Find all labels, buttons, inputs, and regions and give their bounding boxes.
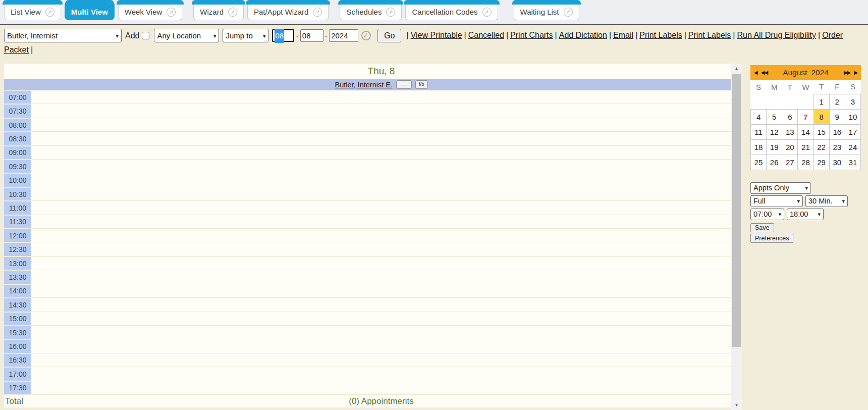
calendar-day-21[interactable]: 21 <box>798 139 813 155</box>
tab-wizard[interactable]: Wizard↗ <box>193 4 244 20</box>
schedule-slot-1130[interactable] <box>31 215 731 229</box>
open-new-window-icon[interactable]: ↗ <box>228 8 237 17</box>
calendar-day-10[interactable]: 10 <box>845 109 860 124</box>
view-filter-select[interactable]: Appts Only▾ <box>750 182 811 194</box>
calendar-next-year-icon[interactable]: ▶ <box>854 70 857 75</box>
fb-button[interactable]: f/b <box>415 80 428 89</box>
schedule-slot-0700[interactable] <box>31 90 731 104</box>
toolbar-link-print-labels[interactable]: Print Labels <box>639 31 682 39</box>
interval-select[interactable]: 30 Min.▾ <box>805 195 848 207</box>
toolbar-link-cancelled[interactable]: Cancelled <box>468 31 504 39</box>
calendar-day-3[interactable]: 3 <box>845 94 860 109</box>
schedule-slot-1530[interactable] <box>31 326 731 339</box>
calendar-day-25[interactable]: 25 <box>751 155 767 170</box>
schedule-slot-1330[interactable] <box>31 270 731 284</box>
schedule-slot-1300[interactable] <box>31 257 731 270</box>
open-new-window-icon[interactable]: ↗ <box>45 8 55 17</box>
date-day-input[interactable]: 08 <box>300 29 323 42</box>
calendar-day-13[interactable]: 13 <box>782 124 798 139</box>
clock-icon[interactable] <box>361 30 371 41</box>
scrollbar-thumb[interactable] <box>732 74 741 347</box>
calendar-prev-month-icon[interactable]: ◀◀ <box>761 70 768 75</box>
open-new-window-icon[interactable]: ↗ <box>386 8 395 17</box>
preferences-button[interactable]: Preferences <box>750 234 793 243</box>
calendar-day-12[interactable]: 12 <box>767 124 782 139</box>
calendar-day-18[interactable]: 18 <box>751 139 767 155</box>
schedule-slot-0800[interactable] <box>31 118 731 132</box>
calendar-day-7[interactable]: 7 <box>798 109 813 124</box>
save-button[interactable]: Save <box>750 223 774 232</box>
calendar-day-5[interactable]: 5 <box>767 109 782 124</box>
calendar-day-29[interactable]: 29 <box>813 155 829 170</box>
toolbar-link-view-printable[interactable]: View Printable <box>411 31 462 39</box>
jump-to-select[interactable]: Jump to▾ <box>223 29 268 42</box>
schedule-slot-0930[interactable] <box>31 160 731 173</box>
tab-week-view[interactable]: Week View↗ <box>118 4 182 20</box>
calendar-day-6[interactable]: 6 <box>782 109 798 124</box>
provider-select[interactable]: Butler, Internist▾ <box>4 29 122 42</box>
collapse-column-button[interactable]: — <box>396 80 412 89</box>
calendar-day-30[interactable]: 30 <box>829 155 845 170</box>
schedule-slot-1230[interactable] <box>31 242 731 256</box>
schedule-slot-1000[interactable] <box>31 173 731 187</box>
schedule-slot-1500[interactable] <box>31 312 731 326</box>
scroll-down-icon[interactable]: ▼ <box>731 400 742 410</box>
schedule-slot-1100[interactable] <box>31 201 731 215</box>
open-new-window-icon[interactable]: ↗ <box>313 8 322 17</box>
tab-waiting-list[interactable]: Waiting List↗ <box>514 4 579 20</box>
calendar-day-8[interactable]: 8 <box>813 109 829 124</box>
add-checkbox[interactable] <box>142 32 149 39</box>
tab-pat-appt-wizard[interactable]: Pat/Appt Wizard↗ <box>247 4 329 20</box>
schedule-slot-1730[interactable] <box>31 381 731 395</box>
calendar-day-22[interactable]: 22 <box>813 139 829 155</box>
calendar-day-17[interactable]: 17 <box>845 124 860 139</box>
tab-list-view[interactable]: List View↗ <box>4 4 61 20</box>
open-new-window-icon[interactable]: ↗ <box>167 8 176 17</box>
date-year-input[interactable]: 2024 <box>329 29 358 42</box>
calendar-day-26[interactable]: 26 <box>767 155 782 170</box>
calendar-next-month-icon[interactable]: ▶▶ <box>844 70 850 75</box>
calendar-day-27[interactable]: 27 <box>782 155 798 170</box>
calendar-day-4[interactable]: 4 <box>751 109 767 124</box>
schedule-slot-1700[interactable] <box>31 367 731 381</box>
calendar-day-16[interactable]: 16 <box>829 124 845 139</box>
calendar-day-9[interactable]: 9 <box>829 109 845 124</box>
calendar-day-19[interactable]: 19 <box>767 139 782 155</box>
calendar-day-15[interactable]: 15 <box>813 124 829 139</box>
calendar-day-2[interactable]: 2 <box>829 94 845 109</box>
schedule-slot-1400[interactable] <box>31 284 731 298</box>
calendar-day-20[interactable]: 20 <box>782 139 798 155</box>
schedule-slot-1030[interactable] <box>31 187 731 201</box>
go-button[interactable]: Go <box>377 29 401 42</box>
end-time-select[interactable]: 18:00▾ <box>787 209 824 220</box>
toolbar-link-add-dictation[interactable]: Add Dictation <box>559 31 607 39</box>
tab-multi-view[interactable]: Multi View <box>65 4 115 20</box>
schedule-slot-0830[interactable] <box>31 132 731 145</box>
calendar-prev-year-icon[interactable]: ◀ <box>754 70 757 75</box>
tab-schedules[interactable]: Schedules↗ <box>340 4 402 20</box>
schedule-slot-0730[interactable] <box>31 104 731 118</box>
toolbar-link-email[interactable]: Email <box>613 31 633 39</box>
schedule-slot-1430[interactable] <box>31 298 731 312</box>
scroll-up-icon[interactable]: ▲ <box>731 64 742 73</box>
calendar-day-14[interactable]: 14 <box>798 124 813 139</box>
schedule-slot-1630[interactable] <box>31 353 731 367</box>
schedule-slot-0900[interactable] <box>31 146 731 160</box>
calendar-day-24[interactable]: 24 <box>845 139 860 155</box>
schedule-slot-1200[interactable] <box>31 229 731 242</box>
date-month-input[interactable]: 08 <box>272 29 294 42</box>
calendar-day-31[interactable]: 31 <box>845 155 860 170</box>
calendar-day-28[interactable]: 28 <box>798 155 813 170</box>
calendar-day-1[interactable]: 1 <box>813 94 829 109</box>
open-new-window-icon[interactable]: ↗ <box>482 8 492 17</box>
schedule-scrollbar[interactable]: ▲ ▼ <box>731 64 742 410</box>
location-select[interactable]: Any Location▾ <box>154 29 219 42</box>
start-time-select[interactable]: 07:00▾ <box>750 209 784 220</box>
calendar-day-23[interactable]: 23 <box>829 139 845 155</box>
open-new-window-icon[interactable]: ↗ <box>564 8 573 17</box>
toolbar-link-print-labels[interactable]: Print Labels <box>688 31 731 39</box>
tab-cancellation-codes[interactable]: Cancellation Codes↗ <box>405 4 498 20</box>
provider-link[interactable]: Butler, Internist E. <box>335 81 392 89</box>
display-mode-select[interactable]: Full▾ <box>750 195 803 207</box>
calendar-day-11[interactable]: 11 <box>751 124 767 139</box>
